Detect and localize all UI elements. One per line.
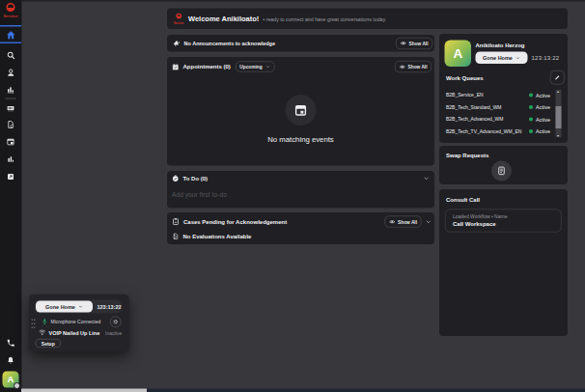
eye-icon	[389, 218, 396, 225]
workflow-label: Loaded Workflow • Name	[453, 213, 507, 219]
document-icon	[496, 166, 507, 177]
sidebar-item-reports[interactable]	[0, 154, 21, 165]
user-status-dropdown[interactable]: Gone Home	[476, 52, 528, 65]
sidebar: Service	[0, 0, 22, 392]
user-icon	[6, 68, 15, 77]
work-queue-row: B2B_Tech_Standard_WM Active	[439, 101, 555, 114]
sidebar-item-documents[interactable]	[0, 119, 21, 130]
active-status-dot	[529, 105, 533, 109]
sidebar-item-home[interactable]	[0, 29, 21, 41]
chevron-down-icon	[265, 65, 270, 70]
brand-ring-icon	[5, 2, 16, 14]
appointments-empty-text: No matching events	[167, 135, 434, 144]
appointments-header: Appointments (0)	[172, 63, 231, 70]
sidebar-item-search[interactable]	[0, 49, 21, 61]
avatar-initial: A	[453, 46, 462, 62]
queue-status: Active	[536, 116, 555, 122]
consult-call-card: Consult Call Loaded Workflow • Name Call…	[439, 189, 568, 336]
appointments-filter-dropdown[interactable]: Upcoming	[236, 62, 275, 72]
evaluations-text: No Evaluations Available	[183, 233, 252, 239]
window-widget-icon	[7, 138, 15, 147]
appointments-title: Appointments (0)	[183, 64, 231, 70]
voip-line-label: VOIP Nailed Up Line	[49, 329, 100, 335]
agent-status-popup: Gone Home 123:13:22 Microphone Connected	[29, 294, 129, 352]
todo-header: To Do (0)	[172, 175, 420, 182]
brand-logo[interactable]: Service	[0, 2, 21, 18]
queue-name: B2B_Service_EN	[446, 93, 529, 98]
queue-status: Active	[536, 92, 555, 98]
cases-show-all-button[interactable]: Show All	[385, 216, 422, 228]
avatar-initial: A	[8, 375, 14, 385]
announcements-show-all-button[interactable]: Show All	[396, 38, 432, 49]
chevron-down-icon	[515, 55, 520, 60]
announcements-title: No Announcements to acknowledge	[184, 41, 276, 46]
avatar-status-dot	[14, 382, 20, 389]
announcements-card: No Announcements to acknowledge Show All	[167, 35, 434, 52]
gear-icon	[113, 319, 120, 325]
queue-name: B2B_Tech_TV_Advanced_WM_EN	[446, 128, 529, 134]
appointments-show-all-button[interactable]: Show All	[395, 61, 432, 72]
phone-icon	[6, 338, 15, 348]
consult-call-workspace-button[interactable]: Loaded Workflow • Name Call Workspace	[445, 210, 562, 233]
sidebar-divider	[6, 98, 16, 99]
search-icon	[6, 50, 15, 60]
scroll-down-arrow[interactable]: ▾	[557, 134, 560, 137]
user-name: Anikiloato Herzog	[476, 42, 525, 48]
evaluations-row: No Evaluations Available	[172, 231, 432, 241]
sidebar-item-workspace[interactable]	[0, 136, 21, 148]
welcome-banner: Service Welcome Anikiloato! • ready to c…	[167, 9, 568, 30]
horizontal-scrollbar[interactable]	[21, 389, 585, 392]
sidebar-item-export[interactable]	[0, 171, 21, 182]
cases-title: Cases Pending for Acknowledgement	[183, 218, 287, 225]
filter-label: Upcoming	[239, 64, 262, 70]
work-queue-row: B2B_Service_EN Active	[439, 89, 555, 101]
chevron-down-icon	[78, 304, 83, 309]
cases-header: Cases Pending for Acknowledgement	[172, 218, 381, 226]
sidebar-item-contacts[interactable]	[0, 67, 21, 78]
user-panel-card: A Anikiloato Herzog Gone Home 123:13:22 …	[439, 34, 568, 143]
sidebar-item-notifications[interactable]	[0, 354, 21, 366]
brand-ring-icon	[175, 13, 182, 20]
queue-status: Active	[536, 128, 555, 134]
scrollbar-thumb[interactable]	[556, 106, 562, 128]
setup-button[interactable]: Setup	[36, 339, 62, 348]
agent-desktop-app: Service	[0, 0, 585, 392]
swap-requests-empty-icon	[491, 161, 512, 182]
sidebar-item-phone[interactable]	[0, 337, 21, 349]
sidebar-user-avatar[interactable]: A	[3, 372, 19, 388]
work-queues-edit-button[interactable]	[550, 70, 565, 85]
todo-input[interactable]: Add your first to-do	[172, 186, 430, 199]
popup-status-label: Gone Home	[45, 304, 75, 310]
eye-icon	[400, 64, 406, 70]
bar-chart-icon	[7, 86, 15, 95]
welcome-subtitle: • ready to connect and have great conver…	[263, 15, 386, 21]
work-queues-scrollbar[interactable]: ▴ ▾	[556, 90, 562, 137]
user-status-label: Gone Home	[483, 55, 513, 61]
clipboard-check-icon	[172, 175, 180, 182]
clipboard-icon	[172, 218, 180, 226]
horizontal-scrollbar-thumb[interactable]	[21, 389, 147, 392]
audio-settings-button[interactable]	[110, 317, 122, 328]
chevron-down-icon[interactable]	[426, 218, 432, 225]
show-all-label: Show All	[408, 64, 428, 70]
todo-card: To Do (0) Add your first to-do	[167, 171, 434, 209]
swap-requests-card: Swap Requests	[439, 146, 568, 184]
user-status-timer: 123:13:22	[532, 54, 560, 61]
work-queues-title: Work Queues	[446, 74, 484, 81]
welcome-brand-logo: Service	[174, 13, 184, 25]
show-all-label: Show All	[409, 41, 429, 46]
drag-handle[interactable]	[31, 319, 36, 328]
work-queues-list: B2B_Service_EN Active B2B_Tech_Standard_…	[439, 89, 555, 137]
swap-requests-title: Swap Requests	[446, 152, 488, 158]
chevron-down-icon[interactable]	[424, 176, 431, 182]
sidebar-item-stats[interactable]	[0, 84, 21, 96]
popup-status-dropdown[interactable]: Gone Home	[36, 301, 93, 313]
scroll-up-arrow[interactable]: ▴	[557, 91, 560, 94]
active-status-dot	[529, 129, 533, 133]
active-status-dot	[529, 93, 533, 97]
sidebar-item-cards[interactable]	[0, 102, 21, 114]
setup-label: Setup	[42, 341, 55, 347]
calendar-icon	[293, 103, 308, 118]
document-refresh-icon	[172, 233, 180, 240]
cases-card: Cases Pending for Acknowledgement Show A…	[167, 212, 434, 244]
